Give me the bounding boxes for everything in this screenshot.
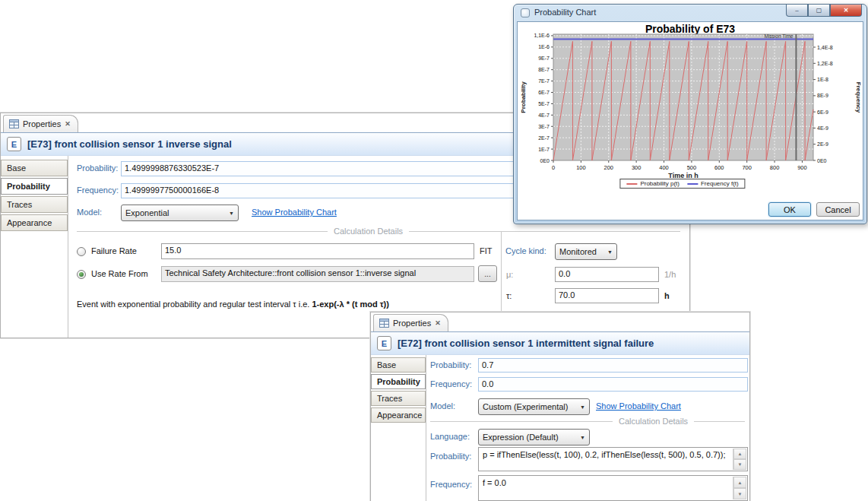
separator-line (430, 421, 613, 422)
browse-button[interactable]: ... (478, 265, 497, 282)
mu-field[interactable]: 0.0 (555, 267, 659, 282)
tab-properties[interactable]: Properties ✕ (3, 115, 78, 132)
frequency-label: Frequency: (430, 379, 472, 388)
event-icon: E (377, 336, 391, 350)
tau-unit: h (664, 291, 670, 300)
probability-expression-field[interactable]: p = ifThenElse(less(t, 100), 0.2, ifThen… (478, 447, 748, 471)
calculation-details-separator: Calculation Details (430, 417, 745, 426)
left-axis-tick: 7E-7 (538, 78, 550, 84)
failure-rate-radio[interactable] (77, 247, 86, 256)
left-axis-tick: 5E-7 (538, 101, 550, 106)
model-note-plain: Event with exponential probability and r… (77, 300, 312, 309)
chevron-down-icon: ▼ (580, 404, 585, 410)
legend-label: Frequency f(t) (701, 180, 739, 187)
scroll-arrows: ▲ ▼ (733, 449, 746, 470)
left-axis-tick: 1E-7 (538, 147, 550, 152)
left-axis-tick: 9E-7 (538, 55, 550, 61)
sidebar-item-label: Probability (7, 182, 50, 191)
frequency-expression-field[interactable]: f = 0.0 ▲ ▼ (478, 475, 748, 501)
sidebar-item-label: Base (377, 360, 396, 369)
right-axis-tick: 2E-9 (817, 141, 828, 147)
model-label: Model: (430, 401, 455, 411)
model-dropdown[interactable]: Custom (Experimental) ▼ (478, 398, 590, 415)
left-axis-title: Probability (520, 81, 527, 113)
x-axis-tick: 600 (714, 164, 724, 171)
scroll-up-icon[interactable]: ▲ (733, 449, 746, 459)
close-button[interactable]: ✕ (830, 5, 862, 17)
scroll-down-icon[interactable]: ▼ (733, 459, 746, 470)
sidebar-item-traces[interactable]: Traces (371, 391, 426, 406)
mu-label: μ: (506, 270, 513, 279)
language-dropdown[interactable]: Expression (Default) ▼ (478, 429, 590, 446)
sidebar-item-label: Traces (377, 394, 402, 403)
sidebar-item-traces[interactable]: Traces (1, 196, 68, 213)
probability-chart: 0E01E-72E-73E-74E-75E-76E-77E-78E-79E-71… (518, 22, 864, 194)
minimize-button[interactable]: – (786, 5, 808, 17)
maximize-button[interactable]: ▢ (808, 5, 830, 17)
sidebar: Base Probability Traces Appearance (1, 156, 68, 338)
tau-label: τ: (506, 291, 512, 300)
scroll-down-icon[interactable]: ▼ (733, 488, 746, 499)
window-title: Probability Chart (534, 8, 596, 17)
cancel-button[interactable]: Cancel (816, 202, 860, 217)
group-label: Calculation Details (619, 417, 688, 426)
chart-legend: Probability p(t)Frequency f(t) (619, 179, 745, 189)
probability-field[interactable]: 0.7 (478, 358, 748, 373)
frequency-field[interactable]: 0.0 (478, 377, 748, 392)
frequency-expression-label: Frequency: (430, 480, 472, 489)
show-probability-chart-link[interactable]: Show Probability Chart (596, 401, 681, 411)
properties-view-icon (379, 319, 389, 328)
right-axis-tick: 6E-9 (817, 109, 828, 115)
tab-close-icon[interactable]: ✕ (435, 319, 441, 327)
window-titlebar[interactable]: Probability Chart – ▢ ✕ (514, 5, 866, 21)
x-axis-tick: 800 (770, 164, 780, 171)
use-rate-from-radio[interactable] (77, 270, 86, 279)
right-axis-tick: 1E-8 (817, 77, 828, 82)
left-axis-tick: 6E-7 (538, 90, 550, 95)
model-dropdown-value: Exponential (125, 208, 169, 217)
scroll-up-icon[interactable]: ▲ (733, 477, 746, 488)
chevron-down-icon: ▼ (580, 435, 585, 440)
use-rate-from-field[interactable]: Technical Safety Architecture::front col… (161, 266, 474, 282)
ok-button[interactable]: OK (768, 202, 811, 217)
tau-field[interactable]: 70.0 (555, 288, 659, 303)
legend-swatch (687, 183, 698, 185)
right-axis-tick: 4E-9 (817, 125, 828, 131)
show-probability-chart-link[interactable]: Show Probability Chart (252, 208, 337, 217)
frequency-expression-text: f = 0.0 (483, 478, 506, 487)
sidebar-item-appearance[interactable]: Appearance (371, 407, 426, 423)
cycle-kind-label: Cycle kind: (505, 246, 546, 255)
event-icon: E (7, 137, 21, 151)
failure-rate-field[interactable]: 15.0 (161, 243, 474, 259)
model-dropdown[interactable]: Exponential ▼ (121, 205, 239, 221)
use-rate-from-label: Use Rate From (91, 269, 148, 278)
legend-label: Probability p(t) (640, 180, 680, 187)
cycle-kind-value: Monitored (559, 247, 597, 256)
tab-close-icon[interactable]: ✕ (65, 120, 71, 128)
frequency-label: Frequency: (77, 185, 119, 195)
legend-item: Frequency f(t) (687, 180, 739, 187)
left-axis-tick: 8E-7 (538, 67, 550, 72)
sidebar-item-label: Traces (7, 200, 32, 209)
language-label: Language: (430, 432, 470, 441)
x-axis-tick: 400 (659, 164, 669, 171)
sidebar-item-base[interactable]: Base (1, 160, 68, 176)
sidebar-item-base[interactable]: Base (371, 357, 426, 373)
mission-time-label: Mission Time (765, 33, 794, 39)
sidebar: Base Probability Traces Appearance (371, 355, 426, 501)
cycle-kind-dropdown[interactable]: Monitored ▼ (555, 243, 617, 260)
tab-properties[interactable]: Properties ✕ (373, 314, 448, 331)
tab-properties-label: Properties (23, 119, 61, 128)
left-axis-tick: 2E-7 (538, 135, 550, 141)
sidebar-item-probability[interactable]: Probability (1, 178, 68, 195)
x-axis-tick: 900 (797, 164, 807, 171)
right-axis-title: Frequency (855, 82, 862, 113)
left-axis-tick: 3E-7 (538, 124, 550, 129)
sidebar-item-label: Appearance (377, 411, 422, 420)
sidebar-item-appearance[interactable]: Appearance (1, 214, 68, 231)
sidebar-item-probability[interactable]: Probability (371, 374, 426, 389)
page-title: [E73] front collision sensor 1 inverse s… (27, 138, 232, 150)
properties-view-icon (9, 119, 19, 128)
calculation-details-separator: Calculation Details (77, 227, 680, 236)
properties-panel-e72: Properties ✕ E [E72] front collision sen… (370, 312, 750, 501)
